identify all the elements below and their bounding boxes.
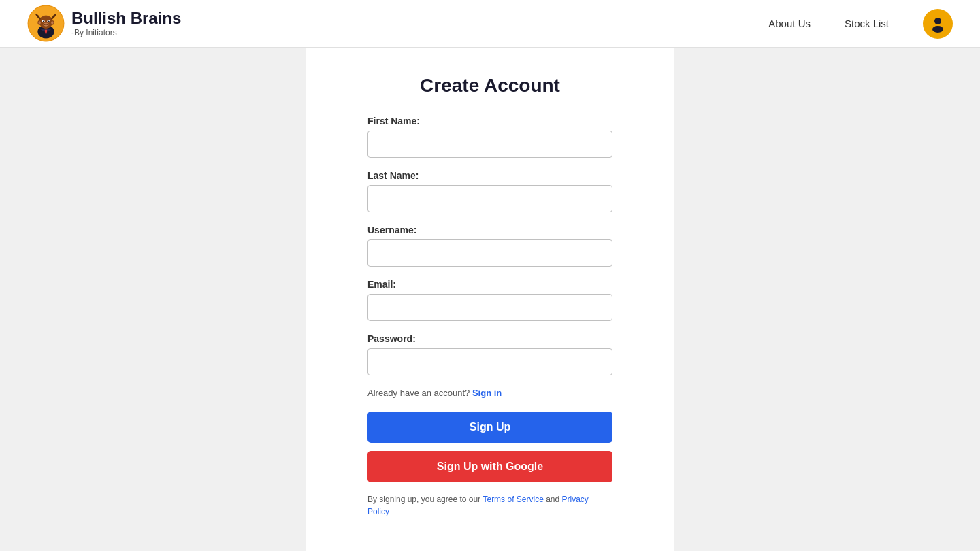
sign-in-link[interactable]: Sign in — [472, 388, 502, 398]
svg-point-9 — [43, 20, 44, 22]
create-account-card: Create Account First Name: Last Name: Us… — [306, 48, 674, 551]
about-us-link[interactable]: About Us — [768, 18, 811, 29]
username-group: Username: — [368, 224, 612, 267]
terms-text: By signing up, you agree to our Terms of… — [368, 493, 612, 518]
already-account-text: Already have an account? Sign in — [368, 388, 612, 398]
terms-of-service-link[interactable]: Terms of Service — [483, 495, 543, 504]
form-title: Create Account — [368, 75, 612, 97]
last-name-group: Last Name: — [368, 170, 612, 212]
svg-point-12 — [44, 24, 46, 25]
first-name-group: First Name: — [368, 116, 612, 158]
svg-point-6 — [51, 21, 53, 24]
username-input[interactable] — [368, 239, 612, 267]
last-name-label: Last Name: — [368, 170, 612, 181]
avatar-icon — [928, 14, 947, 33]
svg-point-10 — [48, 20, 50, 22]
password-group: Password: — [368, 333, 612, 375]
username-label: Username: — [368, 224, 612, 235]
brand-name: Bullish Brains — [71, 10, 181, 27]
last-name-input[interactable] — [368, 185, 612, 212]
svg-point-15 — [934, 18, 941, 24]
svg-point-13 — [46, 24, 48, 25]
navbar: Bullish Brains -By Initiators About Us S… — [0, 0, 980, 48]
brand-text: Bullish Brains -By Initiators — [71, 10, 181, 37]
svg-point-5 — [39, 21, 41, 24]
email-group: Email: — [368, 279, 612, 321]
main-content: Create Account First Name: Last Name: Us… — [0, 48, 980, 551]
svg-point-11 — [44, 22, 49, 27]
brand-subtitle: -By Initiators — [71, 28, 181, 37]
user-avatar[interactable] — [923, 9, 953, 39]
email-label: Email: — [368, 279, 612, 290]
navbar-left: Bullish Brains -By Initiators — [27, 5, 181, 42]
navbar-right: About Us Stock List — [768, 9, 953, 39]
password-input[interactable] — [368, 348, 612, 375]
first-name-input[interactable] — [368, 131, 612, 158]
google-signup-button[interactable]: Sign Up with Google — [368, 451, 612, 482]
email-input[interactable] — [368, 294, 612, 321]
brand-logo-icon — [27, 5, 65, 42]
stock-list-link[interactable]: Stock List — [845, 18, 889, 29]
password-label: Password: — [368, 333, 612, 344]
svg-point-16 — [932, 26, 943, 33]
first-name-label: First Name: — [368, 116, 612, 127]
signup-button[interactable]: Sign Up — [368, 412, 612, 443]
